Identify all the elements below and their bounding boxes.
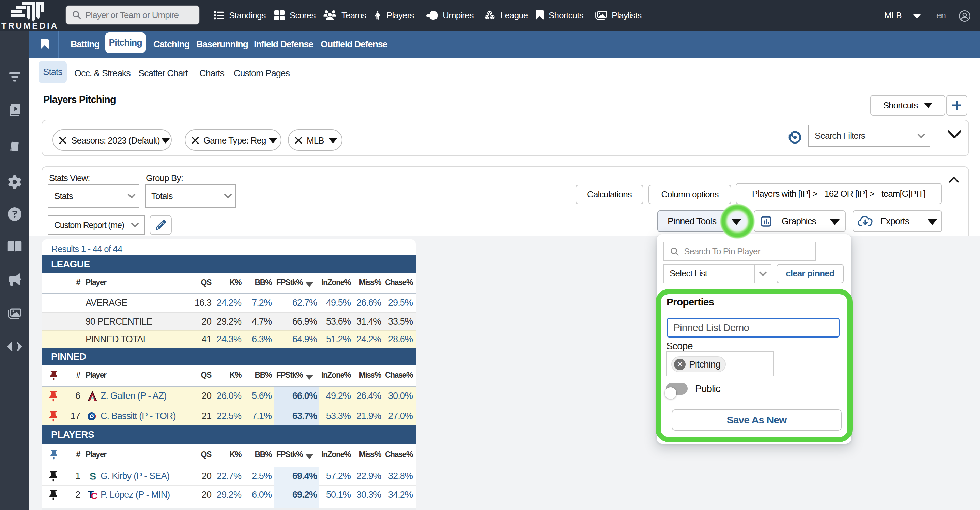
svg-text:TRUMEDIA: TRUMEDIA: [2, 21, 59, 30]
svg-text:S: S: [89, 470, 96, 482]
svg-text:C: C: [91, 491, 97, 501]
